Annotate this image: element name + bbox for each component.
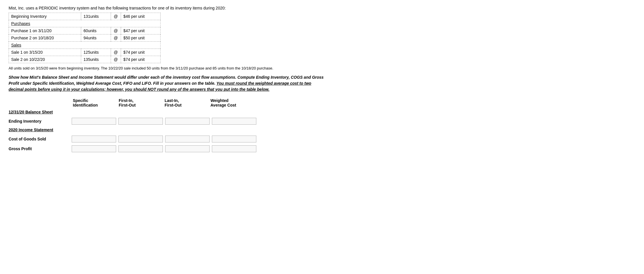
inventory-data-row: Sale 1 on 3/15/20125units@$74 per unit (9, 49, 161, 56)
inventory-desc: Sale 2 on 10/22/20 (9, 56, 81, 63)
inventory-units: 135units (81, 56, 111, 63)
answer-row-label: Cost of Goods Sold (9, 137, 72, 141)
answer-input-balance_sheet-0-2[interactable] (165, 118, 210, 125)
inventory-table: Beginning Inventory131units@$46 per unit… (9, 13, 161, 63)
inventory-section-row: Sales (9, 42, 161, 49)
inventory-desc: Purchase 2 on 10/18/20 (9, 34, 81, 42)
inventory-units: 131units (81, 13, 111, 20)
inventory-units: 125units (81, 49, 111, 56)
inventory-data-row: Purchase 2 on 10/18/2094units@$50 per un… (9, 34, 161, 42)
input-cell-2 (165, 145, 210, 152)
intro-text: Mist, Inc. uses a PERIODIC inventory sys… (9, 6, 635, 10)
input-cell-0 (72, 136, 116, 142)
inventory-data-row: Purchase 1 on 3/11/2060units@$47 per uni… (9, 27, 161, 34)
inventory-price: $74 per unit (121, 49, 161, 56)
answer-input-balance_sheet-0-3[interactable] (212, 118, 256, 125)
answer-input-balance_sheet-0-1[interactable] (118, 118, 163, 125)
inventory-data-row: Beginning Inventory131units@$46 per unit (9, 13, 161, 20)
section-header-balance_sheet: 12/31/20 Balance Sheet (9, 110, 635, 116)
input-cell-0 (72, 118, 116, 125)
inventory-desc: Beginning Inventory (9, 13, 81, 20)
inventory-price: $46 per unit (121, 13, 161, 20)
answer-input-income_statement-0-3[interactable] (212, 136, 256, 142)
answer-row-label: Gross Profit (9, 146, 72, 151)
input-cell-1 (118, 145, 163, 152)
inventory-at: @ (111, 56, 121, 63)
column-headers: SpecificIdentificationFirst-In,First-Out… (72, 98, 635, 107)
inventory-section-row: Purchases (9, 20, 161, 27)
col-header-0: SpecificIdentification (72, 98, 118, 107)
answer-input-balance_sheet-0-0[interactable] (72, 118, 116, 125)
answer-row-balance_sheet-0: Ending Inventory (9, 118, 635, 125)
section-header-income_statement: 2020 Income Statement (9, 128, 635, 134)
answer-input-income_statement-1-1[interactable] (118, 145, 163, 152)
inventory-price: $50 per unit (121, 34, 161, 42)
answer-input-income_statement-0-2[interactable] (165, 136, 210, 142)
answer-input-income_statement-1-2[interactable] (165, 145, 210, 152)
input-cell-2 (165, 136, 210, 142)
col-header-2: Last-In,First-Out (163, 98, 209, 107)
inventory-price: $74 per unit (121, 56, 161, 63)
inventory-at: @ (111, 13, 121, 20)
answer-row-income_statement-1: Gross Profit (9, 145, 635, 152)
col-header-3: WeightedAverage Cost (209, 98, 255, 107)
inventory-desc: Sale 1 on 3/15/20 (9, 49, 81, 56)
inventory-at: @ (111, 27, 121, 34)
input-cell-3 (212, 118, 256, 125)
note-text: All units sold on 3/15/20 were from begi… (9, 66, 635, 70)
section-label-balance_sheet: 12/31/20 Balance Sheet (9, 110, 72, 114)
inventory-at: @ (111, 49, 121, 56)
answer-input-income_statement-0-0[interactable] (72, 136, 116, 142)
inventory-price: $47 per unit (121, 27, 161, 34)
input-cell-3 (212, 145, 256, 152)
section-label-income_statement: 2020 Income Statement (9, 128, 72, 132)
instructions: Show how Mist's Balance Sheet and Income… (9, 74, 324, 92)
inventory-data-row: Sale 2 on 10/22/20135units@$74 per unit (9, 56, 161, 63)
col-header-1: First-In,First-Out (118, 98, 163, 107)
answer-input-income_statement-1-0[interactable] (72, 145, 116, 152)
inventory-units: 60units (81, 27, 111, 34)
inventory-at: @ (111, 34, 121, 42)
answer-row-label: Ending Inventory (9, 119, 72, 124)
answer-input-income_statement-0-1[interactable] (118, 136, 163, 142)
input-cell-1 (118, 136, 163, 142)
input-cell-3 (212, 136, 256, 142)
answer-row-income_statement-0: Cost of Goods Sold (9, 136, 635, 142)
input-cell-0 (72, 145, 116, 152)
input-cell-1 (118, 118, 163, 125)
inventory-desc: Purchase 1 on 3/11/20 (9, 27, 81, 34)
inventory-units: 94units (81, 34, 111, 42)
answer-input-income_statement-1-3[interactable] (212, 145, 256, 152)
input-cell-2 (165, 118, 210, 125)
answer-section: SpecificIdentificationFirst-In,First-Out… (9, 98, 635, 152)
